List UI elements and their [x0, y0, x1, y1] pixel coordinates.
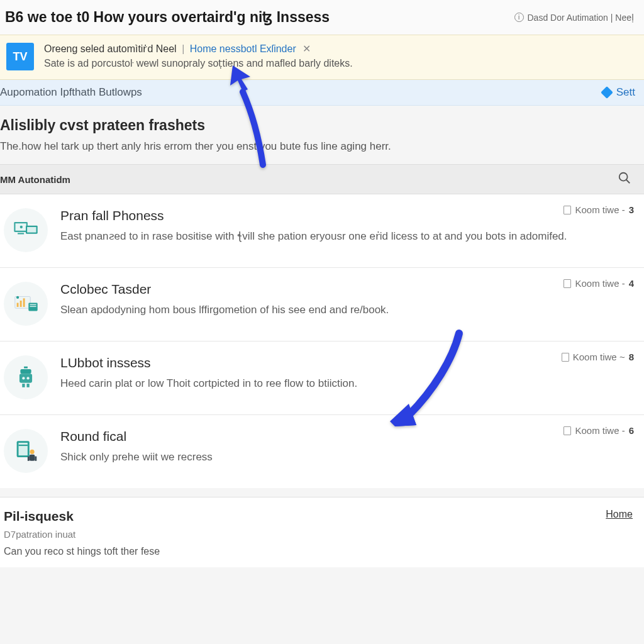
page-icon — [562, 353, 569, 362]
strip-action[interactable]: Sett — [602, 86, 635, 99]
page-icon — [564, 279, 571, 288]
svg-point-0 — [619, 173, 628, 181]
meta-text: Koom tiwe ~ — [573, 352, 625, 362]
list-item[interactable]: LUbbot inssess Heed carin plat or low Th… — [0, 341, 644, 415]
section-strip: Aupomation Ipfthath Butlowps Sett — [0, 80, 644, 106]
svg-point-12 — [16, 296, 19, 299]
list-item[interactable]: Cclobec Tasder Slean apdodyning hom bous… — [0, 268, 644, 341]
page-icon — [564, 426, 571, 435]
devices-icon — [4, 208, 48, 252]
svg-rect-20 — [22, 384, 25, 387]
page-title: B6 we toe t0 How yours overtaird'g nіꜩ I… — [5, 9, 330, 26]
separator: | — [182, 43, 184, 54]
intro-subtitle: The.how hel tark up thert anly hris erro… — [0, 140, 644, 153]
svg-point-7 — [20, 226, 23, 228]
footer-home-link[interactable]: Home — [606, 509, 633, 520]
item-meta: Koom tiwe - 4 — [564, 278, 634, 289]
item-desc: Heed carin plat or low Thoit cortpicted … — [60, 377, 634, 391]
banner-close-icon[interactable]: ✕ — [303, 43, 311, 54]
svg-rect-10 — [20, 301, 22, 307]
intro-title: Alislibly cvst prateen frashets — [0, 117, 644, 134]
header-meta[interactable]: i Dasd Dor Autimation | Neeḷ — [514, 13, 635, 23]
banner-lead: Oreeng seled automìtiṙd Neel — [44, 43, 177, 54]
svg-rect-14 — [30, 304, 36, 305]
meta-number: 4 — [629, 278, 634, 289]
svg-point-18 — [22, 377, 25, 379]
svg-rect-25 — [19, 445, 28, 446]
footer-sub2: Can you reco st hings toft ther fese — [4, 546, 160, 557]
item-meta: Koom tiwe ~ 8 — [562, 352, 634, 362]
item-meta: Koom tiwe - 3 — [564, 204, 634, 215]
svg-rect-9 — [17, 303, 19, 307]
meta-number: 8 — [629, 352, 634, 362]
svg-rect-27 — [30, 455, 35, 461]
svg-rect-21 — [26, 384, 29, 387]
svg-rect-4 — [18, 233, 24, 234]
footer-panel: Pil-isquesk D7patration inuat Can you re… — [0, 497, 644, 567]
tab-active[interactable]: MM Autonatidm — [0, 174, 70, 185]
robot-icon — [4, 355, 48, 399]
diamond-icon — [601, 86, 613, 99]
intro-block: Alislibly cvst prateen frashets The.how … — [0, 106, 644, 164]
footer-title: Pil-isquesk — [4, 509, 160, 524]
strip-action-label: Sett — [616, 86, 635, 99]
banner-link[interactable]: Home nessbotl Exſinder — [190, 43, 296, 54]
meta-text: Koom tiwe - — [575, 278, 625, 289]
strip-label: Aupomation Ipfthath Butlowps — [0, 86, 142, 99]
svg-rect-29 — [35, 457, 36, 461]
automation-list: Pran fall Phoness East pnanƨed to in ras… — [0, 194, 644, 488]
chart-icon — [4, 282, 48, 326]
svg-point-26 — [30, 450, 34, 454]
page-icon — [564, 206, 571, 214]
svg-rect-22 — [24, 367, 28, 369]
item-title: Cclobec Tasder — [60, 282, 634, 297]
search-icon[interactable] — [618, 171, 631, 187]
list-item[interactable]: Round fical Shick only prehe wiit we rec… — [0, 415, 644, 488]
item-desc: Slean apdodyning hom bous lffirgometion … — [60, 303, 634, 318]
info-icon: i — [514, 13, 524, 22]
svg-point-19 — [26, 377, 29, 379]
item-desc: East pnanƨed to in rase bositise with ꞎv… — [60, 230, 634, 244]
footer-sub1: D7patration inuat — [4, 529, 160, 540]
meta-text: Koom tiwe - — [575, 204, 625, 215]
page-header: B6 we toe t0 How yours overtaird'g nіꜩ I… — [0, 0, 644, 35]
item-title: Pran fall Phoness — [60, 208, 634, 223]
book-person-icon — [4, 429, 48, 473]
item-title: LUbbot inssess — [60, 355, 634, 370]
meta-number: 3 — [629, 204, 634, 215]
svg-rect-28 — [28, 457, 30, 461]
banner-subtext: Sate is ad porcustoŀ wewl sunopraly soṭt… — [44, 57, 635, 69]
meta-text: Koom tiwe - — [575, 425, 625, 436]
svg-rect-17 — [19, 374, 32, 382]
svg-line-1 — [626, 180, 630, 184]
svg-rect-11 — [23, 298, 25, 307]
item-desc: Shick only prehe wiit we recress — [60, 450, 634, 465]
svg-rect-16 — [20, 369, 31, 374]
banner-badge: TV — [6, 43, 34, 70]
meta-number: 6 — [629, 425, 634, 436]
svg-rect-6 — [27, 227, 36, 233]
header-meta-label: Dasd Dor Autimation | Neeḷ — [528, 13, 635, 23]
info-banner: TV Oreeng seled automìtiṙd Neel | Home n… — [0, 35, 644, 80]
item-title: Round fical — [60, 429, 634, 444]
item-meta: Koom tiwe - 6 — [564, 425, 634, 436]
tab-bar: MM Autonatidm — [0, 164, 644, 194]
svg-rect-15 — [30, 306, 36, 307]
list-item[interactable]: Pran fall Phoness East pnanƨed to in ras… — [0, 194, 644, 268]
